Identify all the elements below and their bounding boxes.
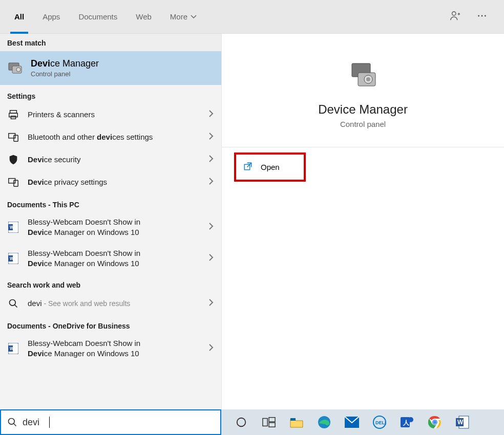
svg-rect-12 [9,179,15,183]
mail-icon[interactable] [343,414,361,431]
svg-text:W: W [457,419,464,426]
svg-text:人: 人 [403,419,410,426]
preview-subtitle: Control panel [222,120,504,128]
document-title: Blessy-Webcam Doesn't Show inDevice Mana… [28,217,200,238]
shield-icon [7,154,19,166]
edge-icon[interactable] [316,414,333,431]
devices-icon [7,131,19,143]
svg-rect-33 [263,419,267,426]
svg-point-20 [10,300,16,306]
settings-printers-scanners[interactable]: Printers & scanners [0,103,221,126]
search-icon [7,297,19,310]
settings-device-security[interactable]: Device security [0,148,221,171]
results-panel: Best match Device Manager Control panel … [0,34,222,409]
document-result[interactable]: W Blessy-Webcam Doesn't Show inDevice Ma… [0,243,221,274]
tab-apps[interactable]: Apps [33,0,69,34]
svg-text:DELL: DELL [375,420,386,425]
chevron-right-icon [208,155,214,164]
chevron-down-icon [191,14,197,20]
chrome-icon[interactable] [426,414,444,431]
tab-more-label: More [170,12,187,21]
device-manager-large-icon [348,59,379,90]
printer-icon [7,108,19,121]
search-tabs: All Apps Documents Web More [0,0,504,34]
search-icon [7,417,17,427]
word-doc-icon: W [7,221,19,233]
svg-point-6 [16,68,20,72]
svg-point-30 [9,419,15,425]
taskbar: DELL 人 W [0,409,504,435]
preview-title: Device Manager [222,102,504,117]
svg-text:W: W [10,346,14,351]
tab-more[interactable]: More [161,0,206,34]
chevron-right-icon [208,223,214,232]
file-explorer-icon[interactable] [288,414,305,431]
search-input[interactable] [23,417,45,428]
dell-icon[interactable]: DELL [371,414,388,431]
tab-all-label: All [14,12,24,21]
best-match-result[interactable]: Device Manager Control panel [0,51,221,85]
tab-documents-label: Documents [78,12,117,21]
svg-rect-10 [9,134,15,138]
svg-text:W: W [10,256,14,261]
settings-bluetooth-devices[interactable]: Bluetooth and other devices settings [0,126,221,148]
svg-point-28 [366,77,370,81]
svg-point-47 [433,421,436,424]
svg-rect-9 [11,116,15,119]
settings-item-label: Device privacy settings [28,177,200,187]
tab-documents[interactable]: Documents [69,0,127,34]
chevron-right-icon [208,178,214,187]
more-options-icon[interactable] [476,10,488,24]
svg-rect-35 [269,423,275,427]
task-view-icon[interactable] [260,414,278,431]
svg-text:W: W [10,225,14,230]
device-manager-icon [7,60,24,76]
word-doc-icon: W [7,342,19,355]
word-icon[interactable]: W [454,414,471,431]
person-icon[interactable] [450,10,461,24]
document-title: Blessy-Webcam Doesn't Show inDevice Mana… [28,248,200,269]
preview-panel: Device Manager Control panel Open [222,34,504,409]
settings-item-label: Device security [28,155,200,165]
chevron-right-icon [208,299,214,308]
tab-web-label: Web [136,12,152,21]
tab-all[interactable]: All [5,0,33,34]
svg-rect-34 [269,418,275,422]
chevron-right-icon [208,110,214,119]
settings-item-label: Bluetooth and other devices settings [28,132,200,142]
web-search-label: devi - See work and web results [28,298,200,309]
privacy-icon [7,176,19,188]
svg-rect-7 [10,111,17,114]
document-result[interactable]: W Blessy-Webcam Doesn't Show inDevice Ma… [0,212,221,243]
tab-web[interactable]: Web [127,0,161,34]
svg-point-32 [237,418,246,427]
svg-line-31 [14,424,16,426]
document-result[interactable]: W Blessy-Webcam Doesn't Show inDevice Ma… [0,333,221,364]
settings-device-privacy[interactable]: Device privacy settings [0,171,221,193]
word-doc-icon: W [7,252,19,265]
best-match-subtitle: Control panel [31,70,99,78]
tab-apps-label: Apps [43,12,60,21]
svg-rect-36 [290,418,296,421]
svg-point-2 [481,15,483,16]
settings-item-label: Printers & scanners [28,110,200,120]
section-settings: Settings [0,85,221,103]
open-button[interactable]: Open [237,156,303,179]
section-docs-pc: Documents - This PC [0,193,221,212]
teams-icon[interactable]: 人 [398,414,416,431]
open-label: Open [261,163,280,171]
divider [222,147,504,147]
open-icon [243,162,253,172]
cortana-icon[interactable] [233,414,250,431]
open-highlight-box: Open [234,153,306,182]
svg-point-1 [478,15,479,16]
web-search-result[interactable]: devi - See work and web results [0,292,221,315]
taskbar-search-box[interactable] [0,409,221,435]
svg-point-3 [485,15,486,16]
chevron-right-icon [208,254,214,263]
svg-point-0 [452,11,456,15]
section-best-match: Best match [0,34,221,51]
section-search-web: Search work and web [0,274,221,292]
document-title: Blessy-Webcam Doesn't Show inDevice Mana… [28,338,200,359]
chevron-right-icon [208,344,214,353]
